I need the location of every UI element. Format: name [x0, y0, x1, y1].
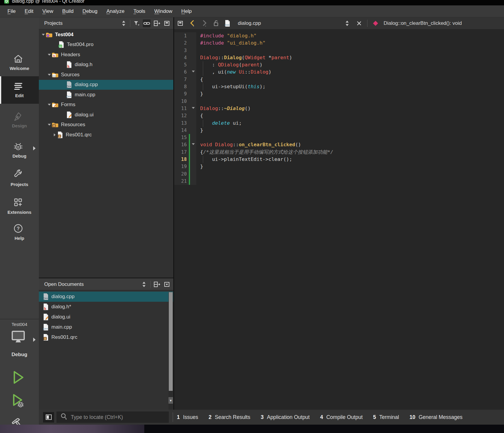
code-text: } — [196, 127, 504, 134]
locator-placeholder: Type to locate (Ctrl+K) — [71, 414, 123, 420]
menu-edit[interactable]: Edit — [20, 8, 38, 14]
doc-cpp-gray-icon: C++ — [43, 293, 49, 300]
menu-help[interactable]: Help — [177, 8, 196, 14]
line-number: 15 — [174, 134, 189, 141]
output-pane-terminal[interactable]: 5 Terminal — [373, 414, 399, 420]
tree-item-dialog-cpp[interactable]: C++ dialog.cpp — [39, 80, 173, 90]
close-document-icon[interactable] — [355, 19, 363, 27]
projects-panel-title: Projects — [39, 20, 120, 26]
open-doc-res001-qrc[interactable]: Res001.qrc — [39, 332, 173, 342]
menu-build[interactable]: Build — [58, 8, 78, 14]
open-file-name[interactable]: dialog.cpp — [238, 20, 261, 26]
code-text: #include "ui_dialog.h" — [196, 39, 504, 47]
tree-expander-icon[interactable] — [41, 33, 46, 36]
menu-debug[interactable]: Debug — [78, 8, 102, 14]
locator-field[interactable]: Type to locate (Ctrl+K) — [56, 411, 169, 423]
tree-item-label: main.cpp — [75, 92, 95, 98]
tree-expander-icon[interactable] — [47, 123, 52, 126]
menu-analyze[interactable]: Analyze — [102, 8, 129, 14]
code-text: void Dialog::on_clearBtn_clicked() — [196, 141, 504, 148]
menu-window[interactable]: Window — [150, 8, 177, 14]
tree-item-dialog-h[interactable]: h dialog.h — [39, 60, 173, 70]
filter-icon[interactable] — [133, 19, 140, 27]
fold-marker-icon[interactable] — [190, 141, 196, 148]
collapse-box-icon[interactable] — [177, 19, 184, 27]
mode-help[interactable]: ? Help — [0, 218, 39, 246]
open-doc-dialog-cpp[interactable]: C++ dialog.cpp — [39, 292, 173, 302]
mode-extensions[interactable]: Extensions — [0, 192, 39, 220]
tree-item-resources[interactable]: Resources — [39, 120, 173, 130]
code-line-10: 10 — [174, 98, 504, 105]
open-doc-dialog-h-[interactable]: h dialog.h* — [39, 302, 173, 312]
mode-debug[interactable]: Debug — [0, 136, 39, 164]
code-line-17: 17 {/*这里就相当于是用手动编写的方式给这个按钮添加功能*/ — [174, 149, 504, 156]
tree-item-main-cpp[interactable]: C++ main.cpp — [39, 90, 173, 100]
go-back-icon[interactable] — [189, 19, 196, 27]
output-pane-issues[interactable]: 1 Issues — [177, 414, 198, 420]
sort-updown-icon[interactable] — [343, 19, 351, 27]
code-line-5: 5 : QDialog(parent) — [174, 61, 504, 68]
side-panel: Projects Test004 Qt Test004.pro h Header… — [39, 17, 173, 410]
open-doc-dialog-ui[interactable]: dialog.ui — [39, 312, 173, 322]
lock-icon[interactable] — [212, 19, 220, 27]
scrollbar-down-button[interactable]: ▼ — [168, 397, 173, 404]
code-editor[interactable]: 1 #include "dialog.h" 2 #include "ui_dia… — [174, 30, 504, 410]
edit-lines-icon — [13, 82, 23, 91]
current-symbol-label[interactable]: Dialog::on_clearBtn_clicked(): void — [384, 20, 462, 26]
sort-updown-icon[interactable] — [120, 19, 128, 27]
toggle-sidebar-button[interactable] — [43, 412, 54, 423]
collapse-down-icon[interactable] — [163, 280, 171, 288]
tree-item-headers[interactable]: h Headers — [39, 50, 173, 60]
code-line-9: 9 } — [174, 90, 504, 97]
tree-item-res001-qrc[interactable]: Res001.qrc — [39, 130, 173, 140]
start-debugging-button[interactable] — [0, 393, 39, 408]
line-number: 3 — [174, 47, 189, 54]
run-button[interactable] — [0, 370, 39, 385]
menu-file[interactable]: File — [3, 8, 20, 14]
mode-projects[interactable]: Projects — [0, 164, 39, 192]
opendocs-scrollbar[interactable]: ▼ — [168, 292, 173, 410]
link-active-icon[interactable] — [143, 19, 151, 27]
tree-expander-icon[interactable] — [52, 133, 57, 137]
mode-design[interactable]: Design — [0, 106, 39, 134]
go-forward-icon[interactable] — [200, 19, 208, 27]
split-add-icon[interactable] — [153, 19, 161, 27]
tree-expander-icon[interactable] — [47, 53, 52, 57]
pen-nib-icon — [13, 112, 23, 121]
fold-column — [190, 83, 196, 90]
tree-item-test004[interactable]: Test004 — [39, 30, 173, 40]
kit-expand-arrow-icon[interactable] — [33, 337, 36, 344]
fold-column — [190, 127, 196, 134]
menu-tools[interactable]: Tools — [129, 8, 150, 14]
pane-label: General Messages — [419, 414, 462, 420]
debug-expand-arrow-icon[interactable] — [33, 145, 36, 153]
fold-marker-icon[interactable] — [190, 105, 196, 112]
tree-item-dialog-ui[interactable]: dialog.ui — [39, 110, 173, 120]
code-line-14: 14 } — [174, 127, 504, 134]
output-pane-general-messages[interactable]: 10 General Messages — [410, 414, 462, 420]
tree-item-forms[interactable]: Forms — [39, 100, 173, 110]
menu-view[interactable]: View — [38, 8, 58, 14]
tree-item-sources[interactable]: C++ Sources — [39, 70, 173, 80]
code-line-4: 4 Dialog::Dialog(QWidget *parent) — [174, 54, 504, 61]
tree-item-test004-pro[interactable]: Qt Test004.pro — [39, 40, 173, 50]
split-add-icon[interactable] — [153, 280, 161, 288]
tree-expander-icon[interactable] — [47, 73, 52, 77]
sort-updown-icon[interactable] — [140, 280, 148, 288]
output-pane-application-output[interactable]: 3 Application Output — [261, 414, 310, 420]
mode-welcome[interactable]: Welcome — [0, 49, 39, 76]
fold-marker-icon[interactable] — [190, 68, 196, 76]
code-text: Dialog::~Dialog() — [196, 105, 504, 112]
open-doc-main-cpp[interactable]: C++ main.cpp — [39, 322, 173, 332]
home-icon — [13, 54, 23, 64]
collapse-box-icon[interactable] — [163, 19, 171, 27]
output-pane-search-results[interactable]: 2 Search Results — [209, 414, 250, 420]
pane-label: Compile Output — [326, 414, 363, 420]
output-pane-compile-output[interactable]: 4 Compile Output — [320, 414, 362, 420]
tree-item-label: dialog.h — [75, 62, 93, 68]
help-circle-icon: ? — [13, 223, 23, 234]
line-number: 7 — [174, 76, 189, 83]
tree-expander-icon[interactable] — [47, 103, 52, 106]
mode-edit[interactable]: Edit — [0, 76, 39, 104]
scrollbar-thumb[interactable] — [169, 292, 173, 391]
